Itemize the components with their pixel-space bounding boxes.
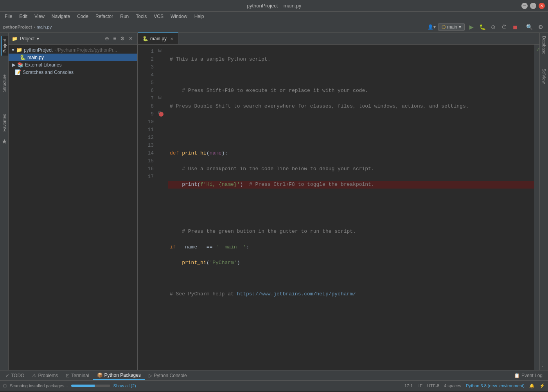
right-panel-resize[interactable]: ⋮⋮ xyxy=(541,358,547,370)
bottom-tab-todo[interactable]: ✓ TODO xyxy=(2,372,28,379)
run-config[interactable]: ⬡ main ▾ xyxy=(438,23,465,31)
locate-button[interactable]: ⊕ xyxy=(104,35,110,42)
close-button[interactable]: ✕ xyxy=(539,3,545,9)
coverage-button[interactable]: ⊙ xyxy=(489,23,498,31)
collapse-button[interactable]: ≡ xyxy=(112,35,117,42)
menu-bar: FileEditViewNavigateCodeRefactorRunTools… xyxy=(0,12,548,21)
tree-item-label-root: pythonProject ~/PycharmProjects/pythonPr… xyxy=(24,47,117,53)
close-panel-button[interactable]: ✕ xyxy=(128,35,134,42)
tab-close-button[interactable]: ✕ xyxy=(170,37,173,41)
bottom-tab-event-log[interactable]: 📋 Event Log xyxy=(510,372,546,379)
code-line-5 xyxy=(168,118,534,126)
fold-icon-7[interactable]: ⊟ xyxy=(158,95,162,100)
menu-item-tools[interactable]: Tools xyxy=(133,13,150,20)
console-icon: ▷ xyxy=(149,373,152,378)
project-tab[interactable]: Project xyxy=(1,36,8,56)
debug-button[interactable]: 🐛 xyxy=(478,23,487,31)
menu-item-window[interactable]: Window xyxy=(167,13,190,20)
expand-icon-ext: ▶ xyxy=(12,62,16,68)
stop-button[interactable]: ◼ xyxy=(511,23,519,31)
panel-title: Project xyxy=(20,36,34,41)
profile-button[interactable]: ⏱ xyxy=(500,23,508,31)
config-icon: ⬡ xyxy=(442,24,446,30)
run-toolbar-left: pythonProject › main.py xyxy=(3,25,52,29)
progress-bar-fill xyxy=(71,385,95,387)
divider xyxy=(522,24,522,30)
line-num-2: 2 xyxy=(138,56,154,63)
settings-button[interactable]: ⚙ xyxy=(537,23,545,31)
code-line-1: # This is a sample Python script. xyxy=(168,56,534,63)
line-num-16: 16 xyxy=(138,165,154,173)
structure-tab[interactable]: Structure xyxy=(1,71,7,95)
line-num-4: 4 xyxy=(138,71,154,79)
packages-icon: 📦 xyxy=(97,372,103,378)
menu-item-file[interactable]: File xyxy=(2,13,15,20)
tree-item-label-main: main.py xyxy=(27,55,44,60)
interpreter[interactable]: Python 3.8 (new_environment) xyxy=(466,383,525,388)
minimize-button[interactable]: ─ xyxy=(521,3,528,9)
fold-icon-1[interactable]: ⊟ xyxy=(158,48,162,53)
run-toolbar: pythonProject › main.py 👤▾ ⬡ main ▾ ▶ 🐛 … xyxy=(0,21,548,33)
git-icon: ⊡ xyxy=(3,383,7,388)
folder-icon: 📁 xyxy=(12,36,18,41)
panel-dropdown-icon[interactable]: ▾ xyxy=(37,36,39,41)
database-tab[interactable]: Database xyxy=(541,33,547,58)
favorites-tab[interactable]: Favorites xyxy=(1,111,7,135)
terminal-icon: ⊡ xyxy=(66,373,70,378)
left-sidebar-tabs: Project Structure Favorites ★ xyxy=(0,33,9,370)
tab-filename: main.py xyxy=(150,36,167,41)
editor-tab-main[interactable]: 🐍 main.py ✕ xyxy=(138,32,178,44)
tree-item-main[interactable]: 🐍 main.py xyxy=(9,54,137,61)
show-all-link[interactable]: Show all (2) xyxy=(113,383,136,388)
bottom-tab-python-console[interactable]: ▷ Python Console xyxy=(145,372,191,379)
editor-scrollbar[interactable]: ✓ xyxy=(534,45,539,370)
tree-item-root[interactable]: ▾ 📁 pythonProject ~/PycharmProjects/pyth… xyxy=(9,46,137,54)
scview-tab[interactable]: SciView xyxy=(541,65,547,87)
encoding[interactable]: UTF-8 xyxy=(427,383,439,388)
gear-button[interactable]: ⚙ xyxy=(119,35,126,42)
tab-python-icon: 🐍 xyxy=(142,36,148,41)
code-line-7: def print_hi(name): xyxy=(168,149,534,157)
check-mark: ✓ xyxy=(534,45,539,54)
bottom-tab-python-packages[interactable]: 📦 Python Packages xyxy=(93,371,145,380)
menu-item-view[interactable]: View xyxy=(31,13,48,20)
menu-item-navigate[interactable]: Navigate xyxy=(49,13,73,20)
title-bar-title: pythonProject – main.py xyxy=(247,3,301,9)
left-bottom-icons: ★ xyxy=(2,138,7,145)
fold-icon-9[interactable]: ⊟ xyxy=(158,110,162,115)
menu-item-refactor[interactable]: Refactor xyxy=(92,13,116,20)
project-breadcrumb: pythonProject xyxy=(3,25,32,29)
code-line-2 xyxy=(168,71,534,79)
progress-bar xyxy=(71,385,110,387)
line-numbers: 1 2 3 4 5 6 7 8 9 10 11 12 13 14 15 16 1… xyxy=(138,45,157,370)
run-button[interactable]: ▶ xyxy=(467,23,476,31)
menu-item-run[interactable]: Run xyxy=(117,13,132,20)
power-icon: ⚡ xyxy=(539,383,545,388)
window-controls: ─ □ ✕ xyxy=(521,3,545,9)
user-icon[interactable]: 👤▾ xyxy=(428,24,436,30)
menu-item-vcs[interactable]: VCS xyxy=(151,13,167,20)
bottom-tab-problems[interactable]: ⚠ Problems xyxy=(28,372,62,379)
bottom-panel: ✓ TODO ⚠ Problems ⊡ Terminal 📦 Python Pa… xyxy=(0,370,548,392)
search-button[interactable]: 🔍 xyxy=(525,23,534,31)
panel-header: 📁 Project ▾ ⊕ ≡ ⚙ ✕ xyxy=(9,33,137,45)
cursor-position[interactable]: 17:1 xyxy=(404,383,413,388)
code-line-4: # Press Double Shift to search everywher… xyxy=(168,102,534,110)
indent[interactable]: 4 spaces xyxy=(444,383,461,388)
code-editor[interactable]: # This is a sample Python script. # Pres… xyxy=(165,45,534,370)
menu-item-help[interactable]: Help xyxy=(191,13,207,20)
bookmark-icon[interactable]: ★ xyxy=(2,138,7,145)
menu-item-edit[interactable]: Edit xyxy=(16,13,31,20)
menu-item-code[interactable]: Code xyxy=(74,13,92,20)
tree-item-ext-libs[interactable]: ▶ 📚 External Libraries xyxy=(9,61,137,68)
tree-item-scratches[interactable]: 📝 Scratches and Consoles xyxy=(9,68,137,76)
problems-label: Problems xyxy=(38,373,58,378)
line-num-8: 8 xyxy=(138,102,154,110)
bottom-tab-terminal[interactable]: ⊡ Terminal xyxy=(62,372,93,379)
right-tools: Database SciView ⋮⋮ xyxy=(539,33,548,370)
line-ending[interactable]: LF xyxy=(417,383,422,388)
main-layout: Project Structure Favorites ★ 📁 Project … xyxy=(0,33,548,370)
line-num-5: 5 xyxy=(138,79,154,87)
maximize-button[interactable]: □ xyxy=(530,3,536,9)
scanning-text: Scanning installed packages... xyxy=(10,383,68,388)
